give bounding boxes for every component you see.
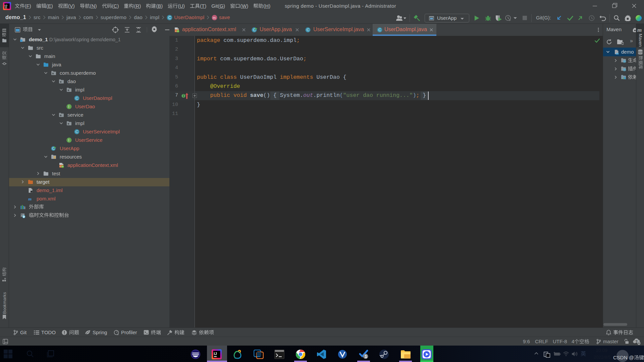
svg-text:?: ? — [635, 340, 638, 344]
svg-text:IJ: IJ — [5, 4, 7, 7]
svg-text:1: 1 — [365, 354, 367, 359]
svg-text:IJ: IJ — [214, 352, 217, 356]
svg-text:m: m — [213, 16, 216, 20]
svg-text:C: C — [168, 15, 171, 20]
